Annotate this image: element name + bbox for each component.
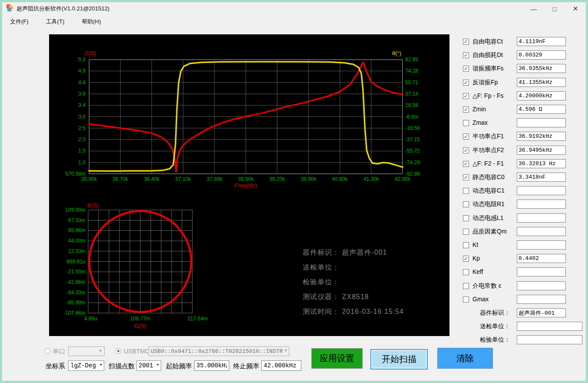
- close-button[interactable]: ✕: [565, 2, 586, 15]
- usbtmc-address-value: USB0::0x0471::0x2786::T020215010::INSTR: [151, 348, 283, 355]
- param-value-input[interactable]: [517, 227, 566, 236]
- param-value-input[interactable]: [517, 78, 566, 87]
- freq-axis-tick: 36.40k: [136, 176, 167, 182]
- param-checkbox[interactable]: [463, 120, 469, 126]
- theta-axis-tick: 92.85: [405, 57, 437, 63]
- param-checkbox[interactable]: [463, 201, 469, 207]
- b-axis-tick: 22.33m: [49, 248, 86, 254]
- stop-freq-input[interactable]: [261, 360, 301, 371]
- param-checkbox[interactable]: ✓: [463, 39, 469, 45]
- param-value-input[interactable]: [517, 213, 566, 223]
- id-field-label: 检验单位：: [480, 336, 510, 344]
- id-field-input[interactable]: [517, 308, 566, 317]
- serial-radio[interactable]: [45, 348, 50, 354]
- param-checkbox[interactable]: ✓: [463, 147, 469, 153]
- z-axis-tick: 1.5: [53, 148, 86, 154]
- clear-button[interactable]: 清除: [437, 348, 493, 369]
- test-info-line: 送检单位：: [303, 263, 340, 272]
- chevron-down-icon: ▼: [285, 349, 287, 353]
- serial-radio-label: 串口: [53, 348, 65, 356]
- z-axis-tick: 1.0: [53, 160, 86, 166]
- param-checkbox[interactable]: ✓: [463, 256, 469, 262]
- z-axis-title: Z(Ω): [85, 50, 96, 57]
- param-checkbox[interactable]: [463, 283, 469, 289]
- scan-points-combo[interactable]: 2001 ▼: [136, 360, 161, 371]
- param-value-input[interactable]: [517, 240, 566, 250]
- menu-tools[interactable]: 工具(T): [44, 17, 67, 27]
- theta-axis-tick: -6.9m: [405, 114, 437, 120]
- b-axis-tick: -42.66m: [49, 279, 86, 285]
- param-value-input[interactable]: [517, 159, 566, 168]
- param-value-input[interactable]: [517, 295, 566, 304]
- param-value-input[interactable]: [517, 173, 566, 182]
- freq-axis-tick: 37.10k: [168, 176, 198, 182]
- b-axis-tick: -21.00m: [49, 269, 86, 275]
- start-scan-button[interactable]: 开始扫描: [370, 349, 428, 370]
- freq-axis-tick: 37.80k: [199, 176, 230, 182]
- param-checkbox[interactable]: ✓: [463, 52, 469, 58]
- param-checkbox[interactable]: ✓: [463, 107, 469, 113]
- param-checkbox[interactable]: ✓: [463, 93, 469, 99]
- app-window: 超声阻抗分析软件(V1.0.21@201512) — □ ✕ 文件(F) 工具(…: [0, 0, 588, 383]
- z-axis-tick: 5.3: [53, 57, 86, 63]
- param-label: 动态电容C1: [472, 187, 505, 195]
- maximize-button[interactable]: □: [544, 2, 565, 15]
- theta-axis-title: θ(°): [392, 50, 401, 57]
- param-checkbox[interactable]: ✓: [463, 133, 469, 140]
- b-axis-tick: 669.61u: [49, 259, 86, 265]
- apply-settings-button[interactable]: 应用设置: [311, 348, 363, 369]
- param-checkbox[interactable]: [463, 242, 469, 248]
- param-value-input[interactable]: [517, 105, 566, 114]
- start-freq-input[interactable]: [194, 360, 229, 371]
- param-checkbox[interactable]: [463, 188, 469, 194]
- b-axis-tick: -107.66m: [49, 310, 86, 316]
- theta-axis-tick: 37.14: [405, 91, 437, 97]
- param-checkbox[interactable]: ✓: [463, 80, 469, 86]
- param-value-input[interactable]: [517, 91, 566, 100]
- theta-axis-tick: 74.28: [405, 68, 437, 74]
- menu-bar: 文件(F) 工具(T) 帮助(H): [2, 16, 586, 27]
- param-value-input[interactable]: [517, 64, 566, 73]
- serial-port-combo[interactable]: ▼: [68, 346, 105, 356]
- theta-axis-tick: -74.29: [405, 160, 437, 166]
- param-checkbox[interactable]: [463, 229, 469, 235]
- param-value-input[interactable]: [517, 267, 566, 276]
- param-label: 反谐振Fp: [472, 79, 498, 87]
- b-axis-tick: 44.00m: [49, 238, 86, 244]
- usbtmc-address-combo[interactable]: USB0::0x0471::0x2786::T020215010::INSTR …: [149, 346, 289, 356]
- menu-help[interactable]: 帮助(H): [79, 17, 103, 27]
- param-value-input[interactable]: [517, 37, 566, 46]
- param-label: 品质因素Qm: [472, 228, 507, 236]
- id-field-label: 器件标识：: [480, 309, 510, 317]
- param-value-input[interactable]: [517, 118, 566, 127]
- theta-axis-tick: -37.15: [405, 137, 437, 143]
- param-value-input[interactable]: [517, 146, 566, 155]
- param-checkbox[interactable]: [463, 215, 469, 221]
- param-value-input[interactable]: [517, 254, 566, 263]
- param-value-input[interactable]: [517, 50, 566, 60]
- param-checkbox[interactable]: [463, 269, 469, 275]
- g-axis-title: G(S): [123, 323, 158, 329]
- title-bar: 超声阻抗分析软件(V1.0.21@201512) — □ ✕: [2, 2, 586, 15]
- id-field-input[interactable]: [517, 322, 582, 331]
- menu-file[interactable]: 文件(F): [8, 17, 31, 27]
- param-checkbox[interactable]: ✓: [463, 66, 469, 72]
- g-axis-tick: 108.77m: [121, 316, 160, 322]
- theta-axis-tick: -55.72: [405, 148, 437, 154]
- param-checkbox[interactable]: ✓: [463, 174, 469, 180]
- param-value-input[interactable]: [517, 281, 566, 290]
- b-axis-title: B(S): [87, 202, 99, 209]
- param-value-input[interactable]: [517, 186, 566, 195]
- param-label: Zmin: [472, 106, 486, 113]
- theta-axis-tick: 18.56: [405, 102, 437, 108]
- param-checkbox[interactable]: ✓: [463, 161, 469, 167]
- param-value-input[interactable]: [517, 200, 566, 209]
- param-checkbox[interactable]: [463, 296, 469, 303]
- usbtmc-radio[interactable]: [116, 348, 121, 354]
- id-field-input[interactable]: [517, 335, 582, 344]
- param-label: 动态电阻R1: [472, 200, 505, 208]
- param-value-input[interactable]: [517, 132, 566, 141]
- minimize-button[interactable]: —: [523, 2, 544, 15]
- param-label: Zmax: [472, 119, 488, 126]
- coord-system-combo[interactable]: lgZ-Deg ▼: [68, 360, 104, 371]
